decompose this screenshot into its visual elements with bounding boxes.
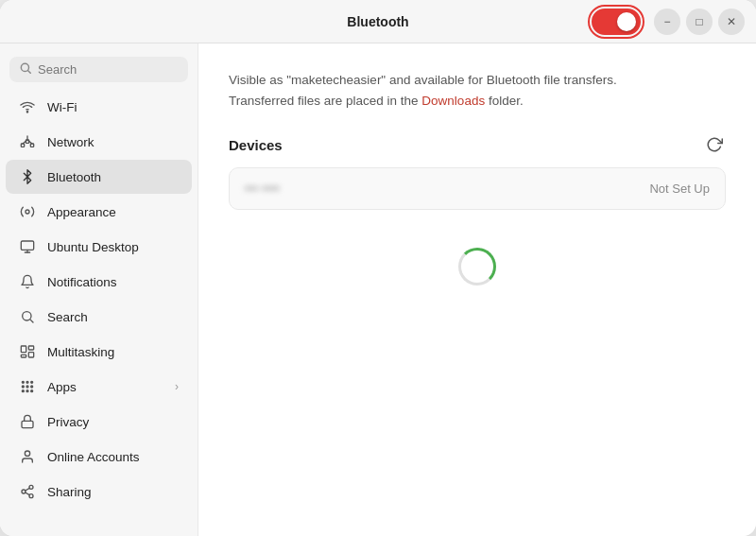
sidebar-item-sharing[interactable]: Sharing xyxy=(6,475,192,509)
sidebar-item-ubuntu-label: Ubuntu Desktop xyxy=(47,240,139,254)
devices-title: Devices xyxy=(229,137,283,153)
sidebar-item-online-accounts-label: Online Accounts xyxy=(47,450,140,464)
svg-rect-15 xyxy=(21,346,26,353)
devices-section-header: Devices xyxy=(229,133,726,156)
sidebar-item-online-accounts[interactable]: Online Accounts xyxy=(6,440,192,474)
svg-line-33 xyxy=(26,493,30,495)
bluetooth-settings-panel: Visible as "maketecheasier" and availabl… xyxy=(198,43,756,536)
svg-point-19 xyxy=(22,381,24,383)
svg-rect-17 xyxy=(28,353,33,357)
spinner-area xyxy=(229,210,726,323)
bluetooth-icon xyxy=(19,168,36,185)
sidebar-item-wifi-label: Wi-Fi xyxy=(47,100,77,114)
downloads-link[interactable]: Downloads xyxy=(421,94,485,108)
settings-window: Bluetooth − □ ✕ xyxy=(0,0,756,536)
svg-point-24 xyxy=(31,386,33,388)
sidebar-item-wifi[interactable]: Wi-Fi xyxy=(6,90,192,124)
sidebar-item-appearance-label: Appearance xyxy=(47,205,116,219)
search-icon xyxy=(19,61,32,78)
minimize-button[interactable]: − xyxy=(654,9,680,35)
maximize-button[interactable]: □ xyxy=(686,9,713,35)
multitask-icon xyxy=(19,343,36,360)
svg-point-13 xyxy=(23,312,31,320)
sidebar-item-multitasking-label: Multitasking xyxy=(47,345,114,359)
device-status: Not Set Up xyxy=(649,182,710,196)
svg-point-23 xyxy=(26,386,28,388)
sidebar-item-bluetooth-label: Bluetooth xyxy=(47,170,101,184)
sidebar-item-search-label: Search xyxy=(47,310,88,324)
svg-line-1 xyxy=(28,71,31,74)
sidebar-item-privacy[interactable]: Privacy xyxy=(6,405,192,439)
sidebar-item-notifications-label: Notifications xyxy=(47,275,117,289)
svg-point-22 xyxy=(22,386,24,388)
sidebar-item-privacy-label: Privacy xyxy=(47,415,89,429)
search-sidebar-icon xyxy=(19,308,36,325)
svg-point-27 xyxy=(31,390,33,392)
svg-rect-16 xyxy=(28,346,33,350)
svg-rect-28 xyxy=(22,421,33,427)
appearance-icon xyxy=(19,203,36,220)
loading-spinner xyxy=(458,248,496,285)
refresh-icon[interactable] xyxy=(703,133,726,156)
sidebar-item-apps-label: Apps xyxy=(47,380,77,394)
svg-rect-10 xyxy=(21,241,33,250)
sidebar-item-multitasking[interactable]: Multitasking xyxy=(6,335,192,369)
table-row[interactable]: ••• •••• Not Set Up xyxy=(230,168,725,209)
sidebar: Wi-Fi Network Bluetoo xyxy=(0,43,198,536)
titlebar: Bluetooth − □ ✕ xyxy=(0,0,756,43)
svg-line-34 xyxy=(26,488,30,491)
svg-point-21 xyxy=(31,381,33,383)
main-content: Wi-Fi Network Bluetoo xyxy=(0,43,756,536)
svg-point-20 xyxy=(26,381,28,383)
sharing-icon xyxy=(19,483,36,500)
info-text: Visible as "maketecheasier" and availabl… xyxy=(229,70,726,111)
search-input[interactable] xyxy=(38,62,179,77)
svg-line-14 xyxy=(30,320,33,322)
sidebar-search-row[interactable] xyxy=(9,57,188,82)
sidebar-item-sharing-label: Sharing xyxy=(47,485,92,499)
online-accounts-icon xyxy=(19,448,36,465)
sidebar-item-search[interactable]: Search xyxy=(6,300,192,334)
window-title: Bluetooth xyxy=(347,14,408,29)
bell-icon xyxy=(19,273,36,290)
sidebar-item-appearance[interactable]: Appearance xyxy=(6,195,192,229)
apps-icon xyxy=(19,378,36,395)
wifi-icon xyxy=(19,98,36,115)
svg-point-2 xyxy=(26,112,27,112)
sidebar-item-bluetooth[interactable]: Bluetooth xyxy=(6,160,192,194)
svg-rect-18 xyxy=(21,354,26,357)
window-controls: − □ ✕ xyxy=(592,9,745,35)
sidebar-item-notifications[interactable]: Notifications xyxy=(6,265,192,299)
device-list: ••• •••• Not Set Up xyxy=(229,167,726,210)
svg-point-29 xyxy=(25,451,29,456)
svg-point-26 xyxy=(26,390,28,392)
sidebar-item-network-label: Network xyxy=(47,135,94,149)
device-name: ••• •••• xyxy=(245,182,280,196)
privacy-icon xyxy=(19,413,36,430)
bluetooth-toggle[interactable] xyxy=(592,9,641,35)
close-button[interactable]: ✕ xyxy=(718,9,745,35)
apps-chevron-icon: › xyxy=(175,380,179,393)
sidebar-item-network[interactable]: Network xyxy=(6,125,192,159)
ubuntu-icon xyxy=(19,238,36,255)
sidebar-item-apps[interactable]: Apps › xyxy=(6,370,192,404)
svg-point-25 xyxy=(22,390,24,392)
network-icon xyxy=(19,133,36,150)
sidebar-item-ubuntu-desktop[interactable]: Ubuntu Desktop xyxy=(6,230,192,264)
svg-point-9 xyxy=(26,210,29,214)
